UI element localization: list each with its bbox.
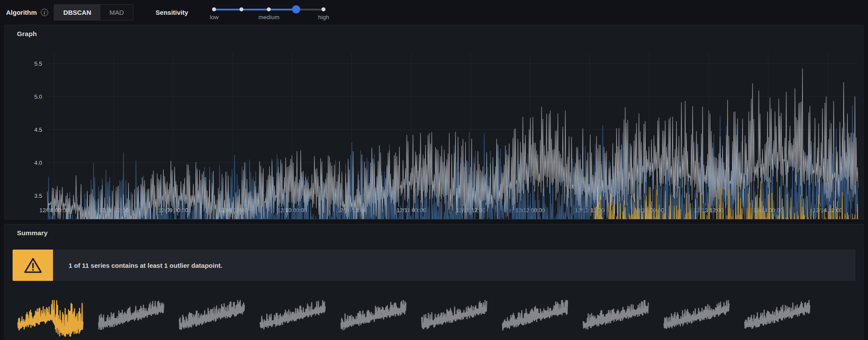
alert-message: 1 of 11 series contains at least 1 outli… <box>69 262 222 269</box>
series-thumbnail[interactable] <box>662 299 732 337</box>
series-thumbnail[interactable] <box>258 299 328 337</box>
warning-icon-block <box>13 250 53 281</box>
algorithm-label: Algorithm <box>6 9 37 16</box>
series-thumbnail[interactable] <box>501 299 570 337</box>
graph-panel: Graph 5.55.04.54.03.53.02.52.01.512/08 0… <box>4 25 864 220</box>
series-thumbnail[interactable] <box>420 299 489 337</box>
algorithm-option-mad[interactable]: MAD <box>100 5 133 20</box>
series-thumbnail-outlier[interactable] <box>16 299 86 337</box>
slider-label-high: high <box>318 14 330 20</box>
slider-label-medium: medium <box>258 14 279 20</box>
warning-triangle-icon <box>23 255 43 276</box>
series-thumbnail[interactable] <box>743 299 812 337</box>
summary-panel: Summary 1 of 11 series contains at least… <box>4 224 864 340</box>
graph-panel-title: Graph <box>17 30 37 38</box>
svg-text:5.5: 5.5 <box>34 60 42 67</box>
slider-label-low: low <box>210 14 218 20</box>
slider-stop-dot[interactable] <box>267 7 271 11</box>
slider-track-fill <box>214 9 296 10</box>
slider-stop-dot[interactable] <box>240 7 244 11</box>
outlier-alert: 1 of 11 series contains at least 1 outli… <box>13 250 855 281</box>
slider-stop-dot[interactable] <box>322 7 326 11</box>
series-thumbnail[interactable] <box>581 299 651 337</box>
series-thumbnail-row <box>16 299 812 337</box>
series-thumbnail[interactable] <box>178 299 247 337</box>
series-thumbnail[interactable] <box>339 299 409 337</box>
sensitivity-slider[interactable]: lowmediumhigh <box>214 3 323 23</box>
toolbar: Algorithm i DBSCAN MAD Sensitivity lowme… <box>0 0 868 25</box>
slider-stop-dot[interactable] <box>212 7 216 11</box>
svg-text:4.0: 4.0 <box>34 160 42 166</box>
summary-panel-title: Summary <box>17 229 48 237</box>
svg-text:4.5: 4.5 <box>34 127 42 133</box>
svg-text:5.0: 5.0 <box>34 93 42 100</box>
algorithm-option-dbscan[interactable]: DBSCAN <box>54 5 100 20</box>
algorithm-toggle: DBSCAN MAD <box>54 4 134 20</box>
timeseries-chart[interactable]: 5.55.04.54.03.53.02.52.01.512/08 00:0012… <box>5 42 863 219</box>
sensitivity-label: Sensitivity <box>155 9 188 16</box>
series-thumbnail[interactable] <box>97 299 166 337</box>
info-icon[interactable]: i <box>41 9 48 16</box>
slider-handle[interactable] <box>292 5 300 13</box>
svg-text:3.5: 3.5 <box>34 193 42 199</box>
